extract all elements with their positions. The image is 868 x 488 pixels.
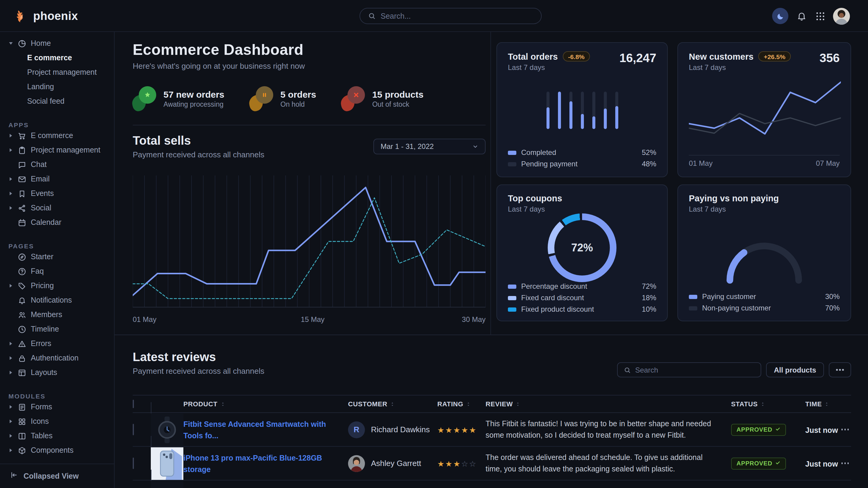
global-search-input[interactable] bbox=[381, 12, 533, 20]
legend-pct: 48% bbox=[642, 160, 656, 168]
share-icon bbox=[18, 203, 27, 213]
sidebar-item-timeline[interactable]: Timeline bbox=[0, 322, 114, 336]
row-more-button[interactable] bbox=[841, 463, 849, 464]
product-link[interactable]: Fitbit Sense Advanced Smartwatch with To… bbox=[183, 420, 326, 440]
sidebar-item-starter[interactable]: Starter bbox=[0, 250, 114, 264]
stat-pause-icon bbox=[250, 86, 274, 111]
sidebar-item-label: Faq bbox=[31, 267, 44, 275]
total-orders-card: Total orders -6.8% Last 7 days 16,247 Co… bbox=[496, 42, 668, 177]
table-columns-icon bbox=[18, 431, 27, 441]
sidebar-item-components[interactable]: Components bbox=[0, 443, 114, 458]
legend-label: Fixed product discount bbox=[521, 305, 594, 314]
sidebar-item-faq[interactable]: Faq bbox=[0, 264, 114, 279]
legend-label: Fixed card discount bbox=[521, 294, 584, 302]
sidebar-item-authentication[interactable]: Authentication bbox=[0, 351, 114, 365]
customer-name: Richard Dawkins bbox=[371, 425, 430, 434]
date-range-select[interactable]: Mar 1 - 31, 2022 bbox=[373, 139, 486, 154]
legend-fixed-card-discount: Fixed card discount18% bbox=[508, 294, 656, 302]
sidebar-item-members[interactable]: Members bbox=[0, 307, 114, 322]
users-icon bbox=[18, 310, 27, 319]
brand[interactable]: phoenix bbox=[15, 0, 78, 32]
sidebar-item-forms[interactable]: Forms bbox=[0, 400, 114, 414]
sidebar-section-pages: PAGES bbox=[0, 236, 114, 250]
caret-icon bbox=[8, 148, 13, 152]
sidebar-item-email[interactable]: Email bbox=[0, 172, 114, 186]
sidebar-subitem-project-management[interactable]: Project management bbox=[0, 65, 114, 79]
column-status[interactable]: STATUS bbox=[731, 400, 805, 408]
caret-icon bbox=[8, 206, 13, 210]
legend-pending-payment: Pending payment48% bbox=[508, 160, 656, 168]
column-customer[interactable]: CUSTOMER bbox=[348, 400, 437, 408]
sidebar-item-layouts[interactable]: Layouts bbox=[0, 365, 114, 380]
table-row: iPhone 13 pro max-Pacific Blue-128GB sto… bbox=[133, 447, 851, 481]
notifications-bell-icon[interactable] bbox=[796, 10, 807, 22]
sidebar-item-label: Events bbox=[31, 189, 54, 198]
search-icon bbox=[624, 366, 631, 373]
row-checkbox[interactable] bbox=[133, 423, 134, 435]
sidebar-item-errors[interactable]: Errors bbox=[0, 336, 114, 351]
product-thumbnail[interactable] bbox=[151, 469, 183, 488]
sidebar-subitem-landing[interactable]: Landing bbox=[0, 79, 114, 94]
sidebar-item-chat[interactable]: Chat bbox=[0, 157, 114, 172]
reviews-more-button[interactable] bbox=[829, 362, 851, 378]
global-search[interactable] bbox=[360, 8, 542, 24]
column-rating[interactable]: RATING bbox=[437, 400, 486, 408]
sidebar-item-icons[interactable]: Icons bbox=[0, 414, 114, 429]
check-icon bbox=[775, 460, 781, 467]
sidebar-item-home[interactable]: Home bbox=[0, 36, 114, 51]
stats-divider bbox=[133, 125, 486, 125]
total-orders-bar-chart bbox=[508, 76, 656, 143]
sidebar-item-tables[interactable]: Tables bbox=[0, 429, 114, 443]
collapsed-view-toggle[interactable]: Collapsed View bbox=[0, 463, 114, 488]
sidebar-item-e-commerce[interactable]: E commerce bbox=[0, 128, 114, 143]
apps-grid-icon[interactable] bbox=[814, 10, 826, 22]
row-more-button[interactable] bbox=[841, 429, 849, 430]
paying-period: Last 7 days bbox=[689, 205, 840, 214]
sidebar-item-label: Authentication bbox=[31, 354, 79, 362]
sidebar-item-label: Chat bbox=[31, 160, 47, 169]
caret-icon bbox=[8, 42, 13, 45]
caret-icon bbox=[8, 434, 13, 438]
caret-icon bbox=[8, 371, 13, 375]
sidebar-item-project-management[interactable]: Project management bbox=[0, 143, 114, 157]
reviews-search-input[interactable] bbox=[635, 366, 754, 374]
column-review[interactable]: REVIEW bbox=[486, 400, 731, 408]
all-products-button[interactable]: All products bbox=[766, 362, 824, 378]
sidebar-subitem-social-feed[interactable]: Social feed bbox=[0, 94, 114, 108]
review-text: The order was delivered ahead of schedul… bbox=[486, 452, 715, 475]
select-all-checkbox[interactable] bbox=[133, 400, 134, 408]
stat-5-orders: 5 ordersOn hold bbox=[250, 86, 316, 111]
column-product[interactable]: PRODUCT bbox=[183, 400, 348, 408]
sidebar-item-social[interactable]: Social bbox=[0, 201, 114, 215]
product-link[interactable]: iPhone 13 pro max-Pacific Blue-128GB sto… bbox=[183, 454, 322, 474]
customer-name: Ashley Garrett bbox=[371, 459, 421, 468]
main-content: Ecommerce Dashboard Here's what's going … bbox=[115, 32, 868, 488]
sidebar-item-calendar[interactable]: Calendar bbox=[0, 215, 114, 230]
customer-avatar: R bbox=[348, 421, 365, 438]
theme-toggle-moon-icon[interactable] bbox=[772, 8, 788, 24]
reviews-search[interactable] bbox=[617, 362, 761, 378]
sidebar-item-label: Home bbox=[31, 39, 51, 47]
legend-paying-customer: Paying customer30% bbox=[689, 292, 840, 301]
clipboard-icon bbox=[18, 145, 27, 155]
sidebar-section-modules: MODULES bbox=[0, 386, 114, 400]
sidebar-item-pricing[interactable]: Pricing bbox=[0, 279, 114, 293]
collapsed-view-label: Collapsed View bbox=[24, 472, 79, 480]
sidebar-item-events[interactable]: Events bbox=[0, 186, 114, 201]
collapse-left-icon bbox=[10, 471, 18, 481]
total-orders-value: 16,247 bbox=[619, 51, 656, 65]
sidebar-subitem-e-commerce[interactable]: E commerce bbox=[0, 51, 114, 65]
stat-star-icon bbox=[133, 86, 157, 111]
user-avatar[interactable] bbox=[833, 7, 850, 24]
time-value: Just now bbox=[805, 426, 838, 434]
icons-grid-icon bbox=[18, 417, 27, 426]
x-label-end: 30 May bbox=[462, 315, 486, 324]
legend-pct: 30% bbox=[825, 292, 840, 301]
row-checkbox[interactable] bbox=[133, 457, 134, 469]
sidebar-item-notifications[interactable]: Notifications bbox=[0, 293, 114, 307]
caret-icon bbox=[8, 134, 13, 137]
calendar-icon bbox=[18, 218, 27, 227]
column-time[interactable]: TIME bbox=[805, 400, 839, 408]
order-bar bbox=[558, 91, 561, 129]
order-bar bbox=[581, 91, 584, 129]
